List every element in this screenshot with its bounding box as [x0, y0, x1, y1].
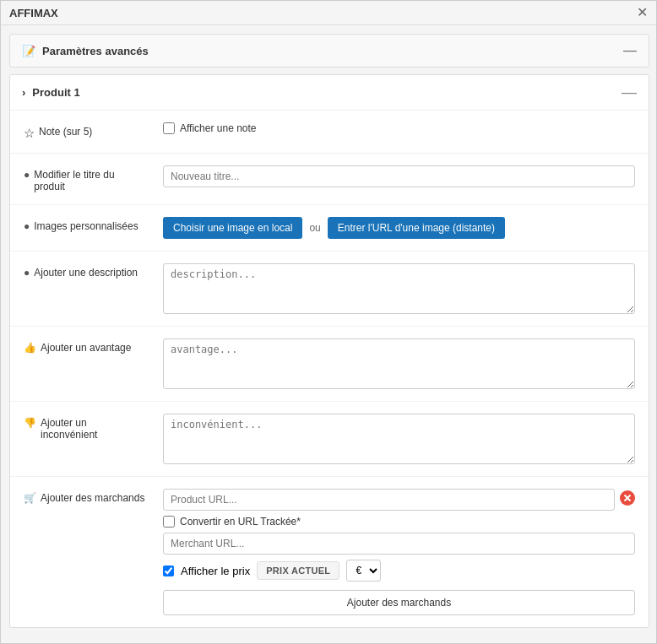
advantage-label-text: Ajouter un avantage: [41, 342, 131, 354]
advanced-settings-section[interactable]: 📝 Paramètres avancés —: [9, 34, 649, 68]
close-button[interactable]: ✕: [637, 6, 648, 19]
advanced-settings-label: Paramètres avancés: [42, 45, 149, 57]
title-label-text: Modifier le titre du produit: [34, 169, 146, 192]
description-label: ● Ajouter une description: [24, 263, 146, 279]
title-label: ● Modifier le titre du produit: [24, 165, 146, 192]
images-dot: ●: [24, 220, 30, 232]
disadvantage-textarea[interactable]: [163, 414, 635, 464]
advanced-settings-collapse-icon[interactable]: —: [623, 43, 637, 58]
show-price-row: Afficher le prix PRIX ACTUEL € $ £: [163, 560, 635, 582]
description-textarea[interactable]: [163, 263, 635, 314]
description-control-area: [163, 263, 635, 314]
note-checkbox-row: Afficher une note: [163, 122, 635, 134]
images-label-text: Images personnalisées: [34, 220, 138, 232]
advantage-label: 👍 Ajouter un avantage: [24, 338, 146, 354]
window-title: AFFIMAX: [9, 7, 58, 19]
description-label-text: Ajouter une description: [34, 267, 138, 279]
star-icon: ☆: [24, 126, 35, 141]
disadvantage-label: 👎 Ajouter un inconvénient: [24, 414, 146, 441]
inner-content: 📝 Paramètres avancés — › Produit 1 —: [1, 25, 656, 643]
product-panel: › Produit 1 — ☆ Note (sur 5): [9, 74, 649, 628]
settings-icon: 📝: [22, 45, 35, 57]
thumbs-down-icon: 👎: [24, 417, 36, 429]
product-panel-collapse-icon[interactable]: —: [622, 84, 637, 101]
add-merchants-button[interactable]: Ajouter des marchands: [163, 590, 635, 615]
product-chevron-icon: ›: [22, 86, 25, 99]
show-price-checkbox[interactable]: [163, 566, 174, 576]
show-price-label: Afficher le prix: [181, 565, 250, 577]
choose-local-image-button[interactable]: Choisir une image en local: [163, 217, 302, 239]
convert-url-label: Convertir en URL Trackée*: [180, 516, 301, 528]
note-row: ☆ Note (sur 5) Afficher une note: [10, 111, 649, 154]
images-label: ● Images personnalisées: [24, 217, 146, 232]
images-buttons-row: Choisir une image en local ou Entrer l'U…: [163, 217, 635, 239]
note-label-text: Note (sur 5): [39, 126, 92, 138]
cart-icon: 🛒: [24, 492, 36, 504]
advantage-row: 👍 Ajouter un avantage: [10, 327, 649, 402]
images-control-area: Choisir une image en local ou Entrer l'U…: [163, 217, 635, 239]
merchant-url-input[interactable]: [163, 533, 635, 555]
advantage-control-area: [163, 338, 635, 389]
merchants-label-text: Ajouter des marchands: [41, 492, 144, 504]
convert-url-checkbox[interactable]: [163, 516, 175, 528]
product-panel-header[interactable]: › Produit 1 —: [10, 75, 649, 111]
title-bar: AFFIMAX ✕: [1, 1, 656, 25]
note-label: ☆ Note (sur 5): [24, 122, 146, 141]
note-control-area: Afficher une note: [163, 122, 635, 134]
title-row: ● Modifier le titre du produit: [10, 154, 649, 205]
thumbs-up-icon: 👍: [24, 342, 36, 354]
merchants-control-area: Convertir en URL Trackée* Afficher le pr…: [163, 489, 635, 615]
advantage-textarea[interactable]: [163, 338, 635, 389]
or-text: ou: [309, 222, 320, 234]
error-icon[interactable]: [620, 490, 635, 510]
product-panel-title-group: › Produit 1: [22, 86, 80, 99]
note-checkbox[interactable]: [163, 122, 175, 134]
product-url-input[interactable]: [163, 489, 615, 511]
product-panel-body: ☆ Note (sur 5) Afficher une note: [10, 111, 649, 627]
currency-select[interactable]: € $ £: [346, 560, 381, 582]
title-input[interactable]: [163, 165, 635, 187]
description-dot: ●: [24, 267, 30, 279]
price-badge: PRIX ACTUEL: [257, 561, 339, 580]
merchants-label: 🛒 Ajouter des marchands: [24, 489, 146, 504]
disadvantage-row: 👎 Ajouter un inconvénient: [10, 402, 649, 477]
content-scroll-area: 📝 Paramètres avancés — › Produit 1 —: [1, 25, 656, 643]
disadvantage-control-area: [163, 414, 635, 464]
enter-remote-url-button[interactable]: Entrer l'URL d'une image (distante): [328, 217, 505, 239]
merchants-row: 🛒 Ajouter des marchands: [10, 477, 649, 627]
product-url-row: [163, 489, 635, 511]
images-row: ● Images personnalisées Choisir une imag…: [10, 205, 649, 252]
main-window: AFFIMAX ✕ 📝 Paramètres avancés — › Produ…: [0, 0, 657, 644]
title-control-area: [163, 165, 635, 187]
product-panel-title: Produit 1: [32, 86, 79, 99]
disadvantage-label-text: Ajouter un inconvénient: [41, 417, 146, 441]
note-checkbox-label: Afficher une note: [180, 122, 257, 134]
title-dot: ●: [24, 169, 30, 181]
description-row: ● Ajouter une description: [10, 252, 649, 327]
advanced-settings-label-group: 📝 Paramètres avancés: [22, 45, 149, 57]
convert-url-row: Convertir en URL Trackée*: [163, 516, 635, 528]
